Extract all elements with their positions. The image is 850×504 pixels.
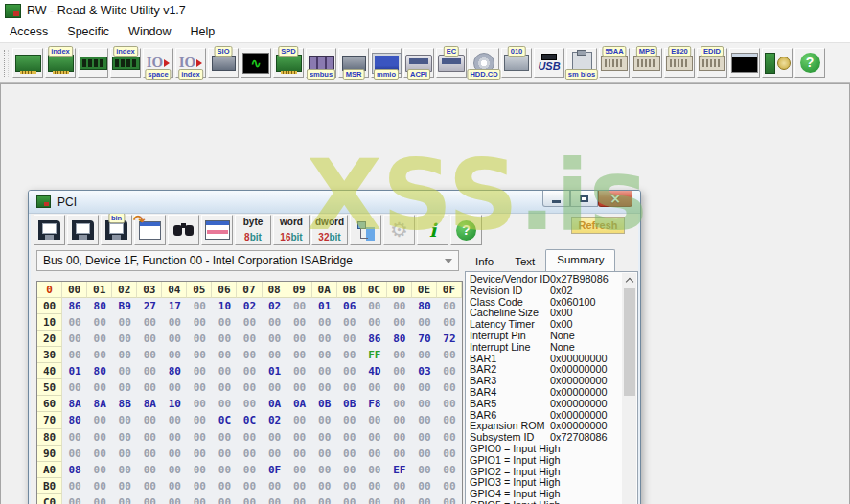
hex-cell[interactable]: 01 xyxy=(263,363,287,379)
hex-cell[interactable]: 80 xyxy=(387,331,412,347)
hex-cell[interactable]: 00 xyxy=(412,347,437,363)
hex-cell[interactable]: 00 xyxy=(437,462,462,478)
hex-cell[interactable]: 00 xyxy=(312,446,337,462)
io-space-button[interactable]: space xyxy=(143,48,173,78)
hex-cell[interactable]: 00 xyxy=(337,478,362,494)
hex-cell[interactable]: 00 xyxy=(337,429,362,446)
hex-cell[interactable]: 80 xyxy=(412,298,437,314)
hex-cell[interactable]: 00 xyxy=(362,494,387,504)
hex-cell[interactable]: 00 xyxy=(312,347,337,363)
hex-cell[interactable]: 00 xyxy=(237,331,262,347)
hex-cell[interactable]: 00 xyxy=(287,363,312,379)
hex-cell[interactable]: 00 xyxy=(237,494,262,504)
hex-cell[interactable]: 00 xyxy=(62,478,87,494)
hex-cell[interactable]: 00 xyxy=(162,314,187,331)
hex-cell[interactable]: 0F xyxy=(263,462,287,478)
menu-access[interactable]: Access xyxy=(0,23,57,40)
hex-cell[interactable]: 00 xyxy=(87,412,112,428)
hex-cell[interactable]: 00 xyxy=(312,478,337,494)
hex-cell[interactable]: 00 xyxy=(287,494,312,504)
device-selector[interactable]: Bus 00, Device 1F, Function 00 - Intel C… xyxy=(36,250,459,271)
scrollbar-thumb[interactable] xyxy=(624,288,635,396)
dword-mode-button[interactable]: dword32bit xyxy=(311,215,348,245)
hex-cell[interactable]: 02 xyxy=(237,298,262,314)
highlight-grid-button[interactable] xyxy=(201,215,233,245)
hex-cell[interactable]: FF xyxy=(362,347,387,363)
hex-cell[interactable]: 00 xyxy=(87,314,112,331)
tab-text[interactable]: Text xyxy=(504,253,545,271)
hex-cell[interactable]: F8 xyxy=(362,396,387,412)
hex-cell[interactable]: 00 xyxy=(212,429,237,446)
hex-cell[interactable]: 86 xyxy=(362,331,387,347)
hex-cell[interactable]: 00 xyxy=(263,446,287,462)
clock-generator-button[interactable] xyxy=(241,48,271,78)
tree-view-button[interactable] xyxy=(350,215,381,245)
hex-cell[interactable]: 00 xyxy=(337,314,362,331)
help-button[interactable] xyxy=(794,48,825,78)
hex-cell[interactable]: 00 xyxy=(362,478,387,494)
hex-cell[interactable]: 00 xyxy=(62,446,87,462)
hex-cell[interactable]: 00 xyxy=(162,462,187,478)
hex-cell[interactable]: 00 xyxy=(237,314,262,331)
hex-cell[interactable]: 00 xyxy=(437,298,462,314)
hex-cell[interactable]: 00 xyxy=(162,347,187,363)
hex-cell[interactable]: 00 xyxy=(137,331,162,347)
command-window-button[interactable] xyxy=(729,48,760,78)
hex-cell[interactable]: 00 xyxy=(212,363,237,379)
hex-cell[interactable]: 0C xyxy=(237,412,262,428)
hex-cell[interactable]: 00 xyxy=(387,494,412,504)
hex-cell[interactable]: 00 xyxy=(112,478,137,494)
hex-cell[interactable]: 00 xyxy=(263,331,287,347)
hex-cell[interactable]: 00 xyxy=(187,314,212,331)
byte-mode-button[interactable]: byte8bit xyxy=(235,215,271,245)
hex-cell[interactable]: 00 xyxy=(187,446,212,462)
hex-cell[interactable]: 00 xyxy=(287,478,312,494)
hex-cell[interactable]: 00 xyxy=(87,462,112,478)
io-index-button[interactable]: index xyxy=(175,48,206,78)
hex-cell[interactable]: 00 xyxy=(137,412,162,428)
hex-cell[interactable]: 00 xyxy=(287,379,312,396)
hex-cell[interactable]: 00 xyxy=(187,412,212,428)
hex-cell[interactable]: 00 xyxy=(87,429,112,446)
hex-cell[interactable]: 00 xyxy=(237,462,262,478)
hex-cell[interactable]: 00 xyxy=(437,478,462,494)
hex-cell[interactable]: 4D xyxy=(362,363,387,379)
spd-button[interactable]: SPD xyxy=(273,48,304,78)
hex-cell[interactable]: 00 xyxy=(237,429,262,446)
hex-cell[interactable]: 00 xyxy=(62,494,87,504)
hex-cell[interactable]: 00 xyxy=(137,478,162,494)
toolbar-grip[interactable] xyxy=(4,50,9,77)
hex-cell[interactable]: 10 xyxy=(212,298,237,314)
smbus-button[interactable]: smbus xyxy=(306,48,336,78)
hex-cell[interactable]: 00 xyxy=(337,347,362,363)
save-all-button[interactable] xyxy=(67,215,99,245)
hex-cell[interactable]: 00 xyxy=(412,494,437,504)
hex-cell[interactable]: 00 xyxy=(137,347,162,363)
mmio-button[interactable]: mmio xyxy=(371,48,402,78)
hex-cell[interactable]: 8A xyxy=(62,396,87,412)
hex-cell[interactable]: 72 xyxy=(437,331,462,347)
hex-cell[interactable]: 02 xyxy=(263,412,287,428)
usb-button[interactable] xyxy=(534,48,564,78)
hex-cell[interactable]: 00 xyxy=(112,412,137,428)
hex-cell[interactable]: 00 xyxy=(337,412,362,428)
hex-cell[interactable]: 00 xyxy=(212,446,237,462)
hex-cell[interactable]: 00 xyxy=(312,379,337,396)
save-button[interactable] xyxy=(34,215,65,245)
hex-cell[interactable]: 10 xyxy=(162,396,187,412)
hex-cell[interactable]: 80 xyxy=(62,412,87,428)
hex-cell[interactable]: 00 xyxy=(187,429,212,446)
hex-cell[interactable]: 00 xyxy=(437,446,462,462)
hex-cell[interactable]: 0C xyxy=(212,412,237,428)
hex-cell[interactable]: 17 xyxy=(162,298,187,314)
hex-cell[interactable]: 00 xyxy=(212,478,237,494)
hex-cell[interactable]: 00 xyxy=(87,478,112,494)
hex-cell[interactable]: 86 xyxy=(62,298,87,314)
hex-cell[interactable]: 80 xyxy=(162,363,187,379)
hex-cell[interactable]: 00 xyxy=(387,379,412,396)
hex-cell[interactable]: 00 xyxy=(62,379,87,396)
hex-cell[interactable]: 00 xyxy=(387,429,412,446)
hex-cell[interactable]: 00 xyxy=(312,412,337,428)
hex-cell[interactable]: 00 xyxy=(162,478,187,494)
hex-cell[interactable]: 00 xyxy=(162,429,187,446)
